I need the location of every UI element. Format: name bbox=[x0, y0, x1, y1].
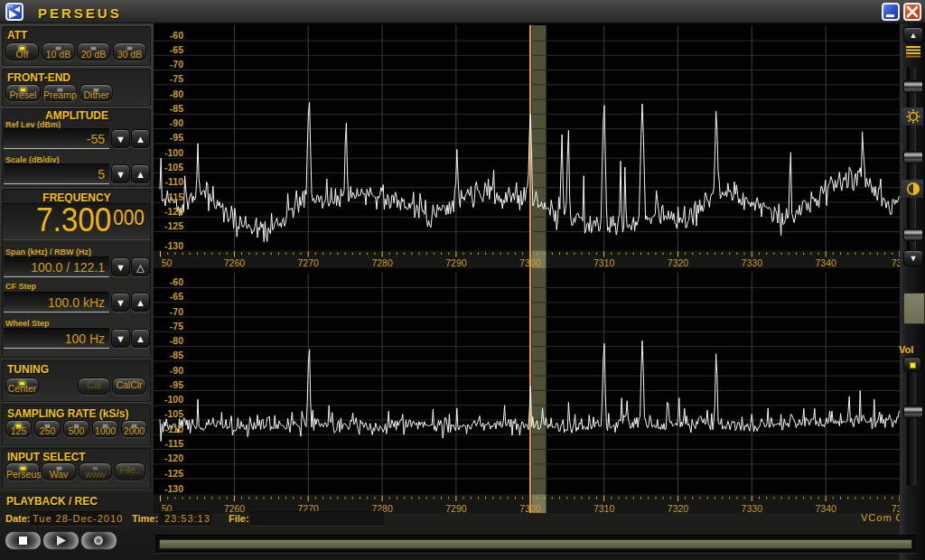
svg-text:7260: 7260 bbox=[224, 257, 246, 268]
svg-text:-105: -105 bbox=[164, 162, 183, 173]
svg-text:-120: -120 bbox=[164, 206, 183, 217]
svg-text:-75: -75 bbox=[170, 321, 183, 331]
svg-text:7340: 7340 bbox=[816, 257, 837, 268]
svg-text:7310: 7310 bbox=[593, 503, 615, 514]
svg-text:7330: 7330 bbox=[742, 503, 763, 514]
svg-text:50: 50 bbox=[162, 257, 173, 268]
svg-text:-130: -130 bbox=[164, 240, 183, 251]
svg-text:-95: -95 bbox=[170, 379, 183, 390]
svg-text:-125: -125 bbox=[164, 220, 183, 231]
svg-text:-65: -65 bbox=[170, 44, 183, 55]
svg-text:-110: -110 bbox=[165, 424, 184, 434]
svg-text:7340: 7340 bbox=[816, 503, 837, 514]
svg-text:7270: 7270 bbox=[298, 257, 320, 268]
svg-text:-60: -60 bbox=[170, 30, 183, 41]
svg-text:-65: -65 bbox=[170, 291, 183, 302]
svg-text:-95: -95 bbox=[170, 132, 183, 143]
svg-text:-105: -105 bbox=[164, 408, 183, 419]
svg-text:-80: -80 bbox=[170, 335, 183, 346]
svg-text:7280: 7280 bbox=[371, 257, 393, 268]
svg-text:-90: -90 bbox=[170, 365, 183, 376]
svg-text:-120: -120 bbox=[164, 453, 183, 463]
svg-text:7330: 7330 bbox=[742, 257, 763, 268]
svg-text:7290: 7290 bbox=[445, 503, 467, 514]
svg-text:-100: -100 bbox=[164, 394, 183, 405]
svg-text:7290: 7290 bbox=[445, 257, 467, 268]
svg-text:-110: -110 bbox=[165, 176, 184, 187]
svg-text:-70: -70 bbox=[170, 306, 183, 317]
svg-text:-100: -100 bbox=[164, 147, 183, 158]
svg-text:7310: 7310 bbox=[593, 257, 615, 268]
svg-text:-125: -125 bbox=[164, 468, 183, 479]
svg-text:-85: -85 bbox=[170, 350, 183, 360]
svg-text:7320: 7320 bbox=[668, 257, 689, 268]
svg-text:-70: -70 bbox=[170, 59, 183, 70]
svg-text:-130: -130 bbox=[164, 483, 183, 494]
svg-text:-75: -75 bbox=[170, 73, 183, 84]
svg-text:-80: -80 bbox=[170, 89, 183, 99]
svg-text:-115: -115 bbox=[165, 438, 184, 449]
svg-text:-90: -90 bbox=[170, 117, 183, 128]
svg-text:-85: -85 bbox=[170, 103, 183, 114]
svg-text:7320: 7320 bbox=[668, 503, 689, 514]
svg-text:73: 73 bbox=[892, 257, 900, 268]
svg-text:7260: 7260 bbox=[224, 503, 246, 514]
svg-text:-115: -115 bbox=[165, 191, 184, 202]
svg-text:-60: -60 bbox=[170, 276, 183, 287]
